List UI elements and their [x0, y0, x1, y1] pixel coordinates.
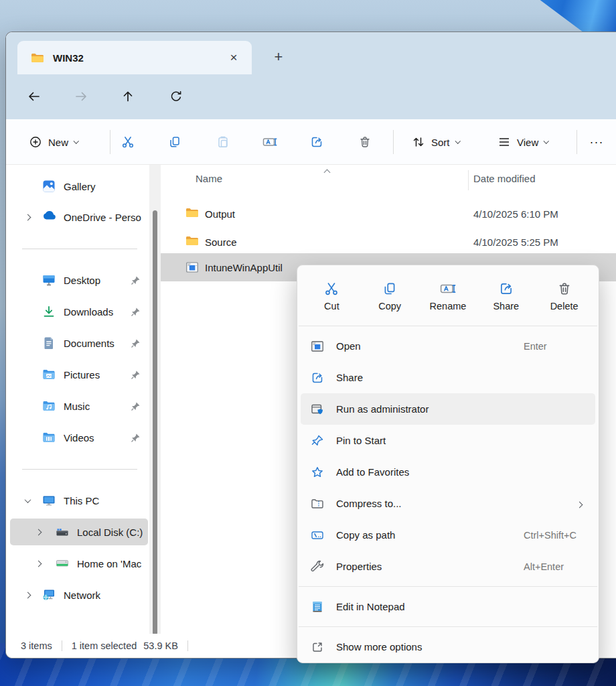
tab-win32[interactable]: WIN32 ×: [17, 41, 252, 74]
notepad-icon: [310, 600, 325, 614]
new-tab-icon[interactable]: +: [267, 46, 290, 68]
sort-button-label: Sort: [431, 137, 450, 148]
network-icon: [42, 588, 56, 602]
menu-item-share[interactable]: Share: [301, 362, 595, 393]
menu-item-copy-as-path[interactable]: Copy as path Ctrl+Shift+C: [301, 519, 595, 551]
delete-quick-action[interactable]: Delete: [535, 271, 593, 322]
delete-button[interactable]: [352, 130, 378, 154]
pin-icon[interactable]: [131, 401, 141, 411]
submenu-chevron-icon: [577, 498, 582, 509]
toolbar-divider: [110, 130, 110, 154]
pin-icon[interactable]: [131, 307, 141, 317]
pin-to-start-icon: [310, 433, 325, 448]
copy-quick-action[interactable]: Copy: [361, 271, 419, 322]
selection-count: 1 item selected: [72, 640, 137, 651]
copy-icon: [382, 281, 397, 296]
menu-item-pin-to-start[interactable]: Pin to Start: [301, 425, 595, 456]
folder-icon: [185, 235, 199, 249]
forward-icon[interactable]: [68, 84, 94, 109]
toolbar-divider: [393, 130, 394, 154]
menu-item-edit-in-notepad[interactable]: Edit in Notepad: [301, 591, 595, 622]
sidebar-item-onedrive[interactable]: OneDrive - Perso: [10, 204, 148, 230]
sidebar-item-downloads[interactable]: Downloads: [10, 298, 148, 325]
chevron-right-icon[interactable]: [22, 215, 33, 220]
scrollbar-thumb[interactable]: [153, 210, 157, 635]
folder-icon: [185, 207, 199, 220]
selection-size: 53.9 KB: [143, 640, 178, 651]
close-tab-icon[interactable]: ×: [224, 48, 244, 68]
pin-icon[interactable]: [131, 433, 141, 443]
wallpaper-left-strip: [0, 31, 5, 686]
menu-divider: [299, 626, 597, 627]
view-button[interactable]: View: [491, 130, 555, 154]
sidebar-item-home-drive[interactable]: Home on 'Mac: [10, 550, 148, 577]
chevron-down-icon: [74, 139, 79, 144]
tab-title: WIN32: [53, 52, 224, 64]
items-count: 3 items: [21, 640, 52, 651]
status-divider: [62, 640, 62, 651]
more-options-icon[interactable]: ···: [583, 130, 610, 154]
pin-icon[interactable]: [131, 338, 141, 348]
file-row-source[interactable]: Source 4/10/2025 5:25 PM: [161, 228, 616, 256]
desktop-icon: [42, 273, 56, 287]
rename-quick-action[interactable]: Rename: [419, 271, 477, 322]
copy-as-path-icon: [310, 528, 325, 543]
sort-ascending-icon: [325, 165, 329, 178]
rename-icon: [440, 281, 456, 296]
column-divider[interactable]: [468, 170, 469, 190]
menu-item-compress-to[interactable]: Compress to...: [301, 488, 595, 519]
context-menu: Cut Copy Rename Share: [297, 265, 599, 663]
cut-button[interactable]: [114, 130, 141, 154]
chevron-right-icon[interactable]: [33, 561, 44, 566]
pictures-icon: [42, 368, 56, 381]
pin-icon[interactable]: [131, 370, 141, 380]
sidebar-item-desktop[interactable]: Desktop: [10, 267, 148, 293]
file-row-output[interactable]: Output 4/10/2025 6:10 PM: [161, 200, 616, 228]
gallery-icon: [42, 180, 56, 193]
chevron-right-icon[interactable]: [33, 530, 44, 535]
sidebar-divider: [22, 249, 137, 249]
refresh-icon[interactable]: [163, 84, 189, 109]
this-pc-icon: [42, 494, 56, 507]
sidebar-item-documents[interactable]: Documents: [10, 330, 148, 356]
chevron-down-icon: [455, 139, 460, 144]
new-button-label: New: [48, 137, 68, 148]
sidebar-item-gallery[interactable]: Gallery: [10, 173, 148, 200]
menu-item-properties[interactable]: Properties Alt+Enter: [301, 551, 595, 582]
sidebar-item-music[interactable]: Music: [10, 393, 148, 419]
share-quick-action[interactable]: Share: [477, 271, 535, 322]
rename-button[interactable]: [256, 130, 283, 154]
sidebar-scrollbar[interactable]: [149, 165, 161, 634]
sidebar-item-this-pc[interactable]: This PC: [10, 487, 148, 514]
delete-icon: [557, 281, 572, 296]
copy-button[interactable]: [161, 130, 188, 154]
sidebar-item-pictures[interactable]: Pictures: [10, 361, 148, 388]
back-icon[interactable]: [21, 84, 47, 109]
share-button[interactable]: [303, 130, 330, 154]
column-header-date-modified[interactable]: Date modified: [473, 173, 536, 184]
onedrive-icon: [42, 210, 56, 224]
paste-icon[interactable]: [210, 130, 236, 154]
chevron-down-icon[interactable]: [22, 498, 33, 503]
menu-item-open[interactable]: Open Enter: [301, 330, 595, 362]
up-icon[interactable]: [115, 84, 141, 109]
cut-icon: [324, 281, 339, 296]
menu-item-run-as-administrator[interactable]: Run as administrator: [301, 393, 595, 425]
sidebar-item-network[interactable]: Network: [10, 581, 148, 608]
sort-button[interactable]: Sort: [405, 130, 466, 154]
run-as-administrator-icon: [310, 402, 325, 417]
navigation-bar: This PC Local Disk (C:) WIN32: [6, 74, 616, 119]
column-header-name[interactable]: Name: [196, 173, 222, 184]
menu-item-show-more-options[interactable]: Show more options: [301, 631, 595, 663]
folder-icon: [31, 52, 44, 63]
sidebar-item-local-disk[interactable]: Local Disk (C:): [10, 519, 148, 545]
new-button[interactable]: New: [22, 130, 85, 154]
pin-icon[interactable]: [131, 275, 141, 285]
music-icon: [42, 399, 56, 413]
menu-item-add-to-favorites[interactable]: Add to Favorites: [301, 456, 595, 488]
menu-divider: [299, 586, 597, 587]
compress-icon: [310, 496, 325, 511]
sidebar-item-videos[interactable]: Videos: [10, 424, 148, 451]
chevron-right-icon[interactable]: [22, 593, 33, 598]
cut-quick-action[interactable]: Cut: [303, 271, 361, 322]
